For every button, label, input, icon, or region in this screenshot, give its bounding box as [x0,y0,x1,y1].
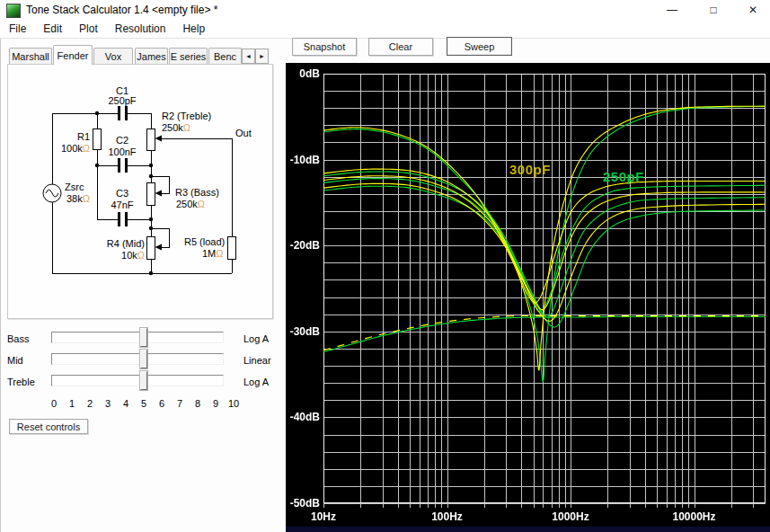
scale-7: 7 [171,398,189,409]
response-plot-panel: 300pF 250pF [286,63,770,532]
response-plot-canvas [286,63,770,527]
value-zsrc: 38kΩ [66,193,90,204]
menu-edit[interactable]: Edit [41,21,64,37]
plot-bottom-edge [286,527,770,532]
label-zsrc: Zsrc [65,182,84,192]
label-r1: R1 [77,131,90,142]
annotation-250pf: 250pF [603,169,644,184]
app-icon [6,4,21,18]
treble-slider-thumb[interactable] [140,371,147,390]
close-button[interactable]: ✕ [739,1,766,19]
scale-10: 10 [225,398,243,409]
scale-3: 3 [99,398,117,409]
mid-taper-label: Linear [243,355,271,366]
scale-4: 4 [117,398,135,409]
value-c3: 47nF [111,200,133,210]
label-r4: R4 (Mid) [107,238,145,249]
component-r1 [93,129,102,149]
bass-slider-thumb[interactable] [140,328,147,347]
wiper-arrow-r4 [155,244,163,251]
title-bar: Tone Stack Calculator 1.4 <empty file> *… [0,0,770,20]
label-c3: C3 [116,188,128,199]
bass-label: Bass [7,333,29,344]
component-r2-treble-pot [147,129,155,150]
menu-plot[interactable]: Plot [77,21,100,37]
maximize-button[interactable]: □ [700,1,727,19]
mid-slider-track[interactable] [51,353,224,365]
value-r2: 250kΩ [162,122,190,133]
tab-scroll-left-icon[interactable]: ◄ [242,49,255,64]
scale-5: 5 [135,398,153,409]
component-r4-mid-pot [147,236,155,259]
wiper-arrow-r2 [155,136,163,142]
scale-6: 6 [153,398,171,409]
menu-file[interactable]: File [7,21,28,37]
label-r3: R3 (Bass) [175,187,219,198]
menu-resolution[interactable]: Resolution [113,21,168,37]
scale-1: 1 [63,398,81,409]
menu-bar: File Edit Plot Resolution Help [0,20,770,39]
tab-james[interactable]: James [135,48,168,64]
value-c2: 100nF [108,146,136,157]
sweep-button[interactable]: Sweep [447,37,512,56]
circuit-panel: C1 250pF R2 (Treble) 250kΩ R1 100kΩ C2 1… [7,64,273,319]
bass-taper-label: Log A [243,333,269,344]
value-r5: 1MΩ [202,248,224,259]
label-r2: R2 (Treble) [162,111,211,121]
tab-fender[interactable]: Fender [53,45,93,65]
mid-label: Mid [7,355,23,366]
snapshot-button[interactable]: Snapshot [292,38,357,56]
bass-slider-track[interactable] [51,332,224,343]
tab-e-series[interactable]: E series [169,48,208,64]
treble-slider-track[interactable] [51,375,224,386]
clear-button[interactable]: Clear [368,38,433,56]
annotation-300pf: 300pF [509,162,551,177]
window-title: Tone Stack Calculator 1.4 <empty file> * [26,4,217,16]
component-c2 [118,158,120,173]
reset-controls-button[interactable]: Reset controls [9,419,88,434]
label-out: Out [235,128,252,138]
label-c2: C2 [116,135,128,146]
mid-slider-thumb[interactable] [140,350,147,368]
treble-taper-label: Log A [243,377,269,387]
label-r5: R5 (load) [184,236,225,247]
circuit-diagram: C1 250pF R2 (Treble) 250kΩ R1 100kΩ C2 1… [8,65,272,318]
menu-help[interactable]: Help [181,21,207,37]
scale-9: 9 [207,398,225,409]
tab-bench[interactable]: Benc [208,48,242,64]
component-c1 [118,106,120,120]
scale-0: 0 [45,398,63,409]
treble-label: Treble [7,377,35,387]
component-r5-load [228,236,236,259]
value-r3: 250kΩ [176,199,205,209]
scale-8: 8 [189,398,207,409]
value-r4: 10kΩ [121,250,145,261]
wiper-arrow-r3 [155,191,163,197]
minimize-button[interactable]: — [659,1,686,19]
app-window: Tone Stack Calculator 1.4 <empty file> *… [0,0,770,532]
value-r1: 100kΩ [61,143,90,154]
tab-vox[interactable]: Vox [93,48,133,64]
component-c3 [118,212,120,226]
value-c1: 250pF [108,95,136,106]
component-r3-bass-pot [147,182,155,205]
tab-marshall[interactable]: Marshall [9,48,52,64]
scale-2: 2 [81,398,99,409]
tab-scroll-right-icon[interactable]: ► [255,49,269,64]
